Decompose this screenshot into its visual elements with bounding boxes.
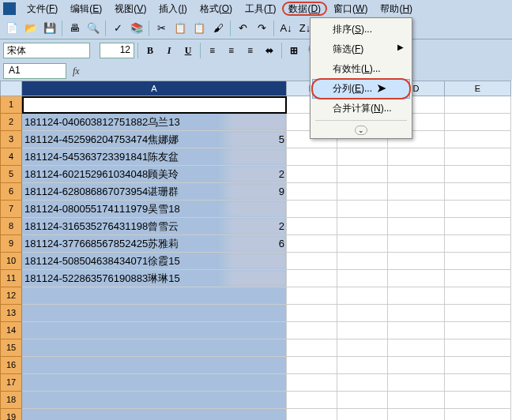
row-header[interactable]: 7 [0, 201, 22, 218]
cell-A11[interactable]: 181124-522863576190883琳琳15 [22, 270, 287, 287]
sort-asc-icon[interactable]: A↓ [277, 20, 295, 37]
redo-icon[interactable]: ↷ [253, 20, 270, 37]
cell-B18[interactable] [287, 392, 337, 409]
borders-button[interactable]: ⊞ [285, 42, 303, 59]
menu-item-4[interactable]: 格式(O) [194, 2, 239, 16]
cell-E10[interactable] [445, 253, 511, 270]
cell-C17[interactable] [337, 374, 388, 392]
menu-item-5[interactable]: 工具(T) [239, 2, 282, 16]
cell-E16[interactable] [445, 357, 511, 374]
print-icon[interactable]: 🖶 [66, 20, 83, 37]
cell-B9[interactable] [287, 235, 337, 253]
cell-A12[interactable] [22, 287, 287, 305]
cell-D14[interactable] [388, 322, 445, 339]
paste-icon[interactable]: 📋 [190, 20, 208, 37]
cell-E2[interactable] [445, 114, 511, 131]
cell-D15[interactable] [388, 339, 445, 357]
cell-B16[interactable] [287, 357, 337, 374]
cell-D19[interactable] [388, 409, 445, 420]
cell-D11[interactable] [388, 270, 445, 287]
underline-button[interactable]: U [179, 42, 197, 59]
cell-E18[interactable] [445, 392, 511, 409]
cell-A13[interactable] [22, 305, 287, 322]
row-header[interactable]: 2 [0, 114, 22, 131]
cell-B12[interactable] [287, 287, 337, 305]
cell-E15[interactable] [445, 339, 511, 357]
cell-C16[interactable] [337, 357, 388, 374]
cell-A5[interactable]: 181124-602152961034048顾美玲2 [22, 166, 287, 183]
cell-A19[interactable] [22, 409, 287, 420]
cell-A4[interactable]: 181124-545363723391841陈友盆 [22, 148, 287, 166]
dropdown-item-2[interactable]: 有效性(L)... [312, 59, 410, 79]
font-select[interactable]: 宋体 [3, 43, 90, 58]
cell-C15[interactable] [337, 339, 388, 357]
cell-E11[interactable] [445, 270, 511, 287]
cell-B14[interactable] [287, 322, 337, 339]
row-header[interactable]: 3 [0, 131, 22, 148]
new-icon[interactable]: 📄 [3, 20, 21, 37]
cell-B11[interactable] [287, 270, 337, 287]
cell-D13[interactable] [388, 305, 445, 322]
cell-C5[interactable] [337, 166, 388, 183]
cell-A15[interactable] [22, 339, 287, 357]
row-header[interactable]: 12 [0, 287, 22, 305]
row-header[interactable]: 9 [0, 235, 22, 253]
cell-B8[interactable] [287, 218, 337, 235]
cell-A9[interactable]: 181124-377668567852425苏雅莉6 [22, 235, 287, 253]
merge-button[interactable]: ⬌ [261, 42, 278, 59]
cell-A18[interactable] [22, 392, 287, 409]
cell-A17[interactable] [22, 374, 287, 392]
row-header[interactable]: 8 [0, 218, 22, 235]
cell-C6[interactable] [337, 183, 388, 201]
row-header[interactable]: 1 [0, 96, 22, 114]
undo-icon[interactable]: ↶ [234, 20, 251, 37]
cell-D8[interactable] [388, 218, 445, 235]
cell-D7[interactable] [388, 201, 445, 218]
dropdown-item-0[interactable]: 排序(S)... [312, 20, 410, 39]
cell-D16[interactable] [388, 357, 445, 374]
cell-B6[interactable] [287, 183, 337, 201]
save-icon[interactable]: 💾 [41, 20, 58, 37]
cell-C10[interactable] [337, 253, 388, 270]
cell-A7[interactable]: 181124-080055174111979吴雪18 [22, 201, 287, 218]
cell-C9[interactable] [337, 235, 388, 253]
cell-D10[interactable] [388, 253, 445, 270]
cell-C18[interactable] [337, 392, 388, 409]
align-center-button[interactable]: ≡ [223, 42, 240, 59]
cell-D17[interactable] [388, 374, 445, 392]
cell-B4[interactable] [287, 148, 337, 166]
cell-E19[interactable] [445, 409, 511, 420]
open-icon[interactable]: 📂 [22, 20, 40, 37]
menu-item-2[interactable]: 视图(V) [108, 2, 152, 16]
cell-C7[interactable] [337, 201, 388, 218]
cell-A2[interactable]: 181124-040603812751882乌兰13 [22, 114, 287, 131]
cell-E1[interactable] [445, 96, 511, 114]
cell-A8[interactable]: 181124-316535276431198曾雪云2 [22, 218, 287, 235]
cell-E7[interactable] [445, 201, 511, 218]
cell-B13[interactable] [287, 305, 337, 322]
menu-item-7[interactable]: 窗口(W) [327, 2, 374, 16]
menu-item-1[interactable]: 编辑(E) [64, 2, 108, 16]
cell-E17[interactable] [445, 374, 511, 392]
cell-E9[interactable] [445, 235, 511, 253]
cell-D6[interactable] [388, 183, 445, 201]
column-header-E[interactable]: E [445, 81, 511, 96]
cell-C12[interactable] [337, 287, 388, 305]
spell-icon[interactable]: ✓ [109, 20, 126, 37]
cell-A16[interactable] [22, 357, 287, 374]
align-right-button[interactable]: ≡ [242, 42, 259, 59]
name-box[interactable]: A1 [3, 63, 66, 79]
cell-A10[interactable]: 181124-508504638434071徐霞15 [22, 253, 287, 270]
cell-C4[interactable] [337, 148, 388, 166]
cell-E3[interactable] [445, 131, 511, 148]
cell-C11[interactable] [337, 270, 388, 287]
dropdown-item-3[interactable]: 分列(E)... [312, 79, 410, 99]
cell-E6[interactable] [445, 183, 511, 201]
cell-B10[interactable] [287, 253, 337, 270]
cell-A6[interactable]: 181124-628086867073954谌珊群9 [22, 183, 287, 201]
cell-C8[interactable] [337, 218, 388, 235]
dropdown-item-1[interactable]: 筛选(F)▶ [312, 39, 410, 59]
cell-A1[interactable] [22, 96, 287, 114]
cell-C19[interactable] [337, 409, 388, 420]
row-header[interactable]: 6 [0, 183, 22, 201]
